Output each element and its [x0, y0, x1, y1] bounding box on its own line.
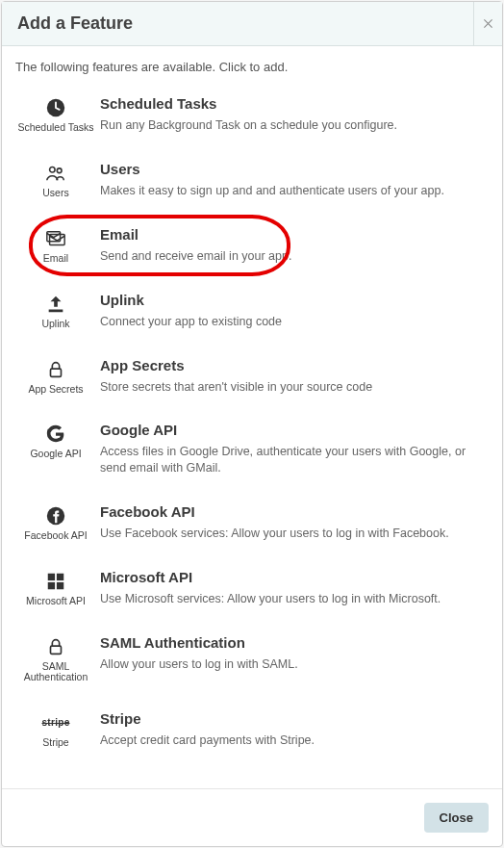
feature-icon-label: Uplink	[41, 319, 69, 330]
feature-description: Send and receive email in your app.	[100, 248, 487, 265]
feature-icon-column: Users	[17, 161, 94, 199]
stripe-icon: stripe	[45, 712, 66, 733]
feature-item[interactable]: SAML AuthenticationSAML AuthenticationAl…	[15, 625, 489, 701]
feature-description: Access files in Google Drive, authentica…	[100, 444, 487, 476]
feature-icon-label: Facebook API	[24, 530, 87, 542]
modal-footer: Close	[2, 788, 502, 846]
microsoft-icon	[45, 571, 66, 592]
feature-item[interactable]: Google APIGoogle APIAccess files in Goog…	[15, 412, 489, 494]
feature-icon-label: Users	[42, 188, 68, 199]
feature-text: EmailSend and receive email in your app.	[94, 226, 487, 265]
feature-icon-label: Google API	[30, 449, 81, 460]
feature-icon-label: App Secrets	[28, 384, 83, 396]
feature-icon-column: SAML Authentication	[17, 634, 94, 683]
feature-icon-label: Microsoft API	[26, 596, 86, 607]
feature-text: Facebook APIUse Facebook services: Allow…	[94, 503, 487, 542]
feature-icon-column: Facebook API	[17, 503, 94, 542]
feature-item[interactable]: Facebook APIFacebook APIUse Facebook ser…	[15, 494, 489, 559]
feature-description: Allow your users to log in with SAML.	[100, 656, 487, 673]
svg-rect-12	[51, 646, 62, 654]
feature-text: Scheduled TasksRun any Background Task o…	[94, 95, 487, 134]
feature-item[interactable]: UsersUsersMakes it easy to sign up and a…	[15, 151, 489, 217]
add-feature-modal: Add a Feature The following features are…	[1, 1, 503, 847]
feature-text: Microsoft APIUse Microsoft services: All…	[94, 569, 487, 607]
close-button[interactable]: Close	[424, 803, 489, 833]
feature-title: Uplink	[100, 292, 487, 308]
feature-icon-column: stripeStripe	[17, 710, 94, 749]
uplink-icon	[45, 294, 66, 315]
lock-icon	[45, 359, 66, 380]
feature-text: StripeAccept credit card payments with S…	[94, 710, 487, 749]
feature-description: Store secrets that aren't visible in you…	[100, 379, 487, 396]
svg-rect-10	[48, 582, 55, 589]
feature-description: Connect your app to existing code	[100, 314, 487, 330]
feature-text: SAML AuthenticationAllow your users to l…	[94, 634, 487, 683]
feature-text: App SecretsStore secrets that aren't vis…	[94, 357, 487, 396]
feature-item[interactable]: UplinkUplinkConnect your app to existing…	[15, 282, 489, 347]
feature-icon-column: Google API	[17, 422, 94, 476]
feature-title: Microsoft API	[100, 569, 487, 585]
close-icon[interactable]	[473, 2, 502, 46]
feature-icon-column: Uplink	[17, 292, 94, 330]
feature-icon-label: Email	[43, 253, 68, 265]
facebook-icon	[45, 505, 66, 527]
feature-title: Google API	[100, 422, 487, 438]
feature-item[interactable]: App SecretsApp SecretsStore secrets that…	[15, 347, 489, 413]
feature-title: Users	[100, 161, 487, 177]
svg-rect-5	[49, 309, 63, 312]
svg-rect-8	[48, 574, 55, 580]
feature-title: Stripe	[100, 710, 487, 727]
feature-title: Email	[100, 226, 487, 243]
feature-title: SAML Authentication	[100, 634, 487, 651]
svg-rect-9	[57, 574, 63, 580]
feature-item[interactable]: EmailEmailSend and receive email in your…	[15, 217, 489, 282]
feature-description: Use Microsoft services: Allow your users…	[100, 591, 487, 607]
feature-icon-label: Scheduled Tasks	[17, 122, 93, 134]
feature-description: Makes it easy to sign up and and authent…	[100, 183, 487, 199]
clock-icon	[45, 97, 66, 118]
feature-description: Run any Background Task on a schedule yo…	[100, 117, 487, 134]
saml-icon	[45, 636, 66, 657]
svg-rect-11	[57, 582, 63, 589]
email-icon	[45, 228, 66, 249]
modal-body: The following features are available. Cl…	[2, 46, 502, 788]
feature-icon-column: Scheduled Tasks	[17, 95, 94, 134]
users-icon	[45, 163, 66, 184]
feature-icon-label: SAML Authentication	[17, 661, 94, 683]
feature-icon-column: Microsoft API	[17, 569, 94, 607]
svg-rect-6	[51, 369, 62, 376]
feature-list: Scheduled TasksScheduled TasksRun any Ba…	[15, 86, 489, 766]
feature-icon-column: App Secrets	[17, 357, 94, 396]
feature-icon-label: Stripe	[42, 737, 68, 749]
feature-text: UplinkConnect your app to existing code	[94, 292, 487, 330]
feature-title: App Secrets	[100, 357, 487, 373]
feature-item[interactable]: stripeStripeStripeAccept credit card pay…	[15, 701, 489, 766]
feature-text: UsersMakes it easy to sign up and and au…	[94, 161, 487, 199]
feature-item[interactable]: Scheduled TasksScheduled TasksRun any Ba…	[15, 86, 489, 151]
feature-title: Scheduled Tasks	[100, 95, 487, 112]
feature-text: Google APIAccess files in Google Drive, …	[94, 422, 487, 476]
feature-description: Accept credit card payments with Stripe.	[100, 732, 487, 749]
feature-icon-column: Email	[17, 226, 94, 265]
feature-title: Facebook API	[100, 503, 487, 520]
feature-item[interactable]: Microsoft APIMicrosoft APIUse Microsoft …	[15, 559, 489, 625]
svg-point-1	[50, 167, 56, 172]
feature-description: Use Facebook services: Allow your users …	[100, 526, 487, 542]
svg-point-2	[57, 168, 62, 173]
google-icon	[45, 424, 66, 445]
modal-title: Add a Feature	[2, 13, 473, 34]
modal-header: Add a Feature	[2, 2, 502, 46]
intro-text: The following features are available. Cl…	[15, 60, 489, 74]
